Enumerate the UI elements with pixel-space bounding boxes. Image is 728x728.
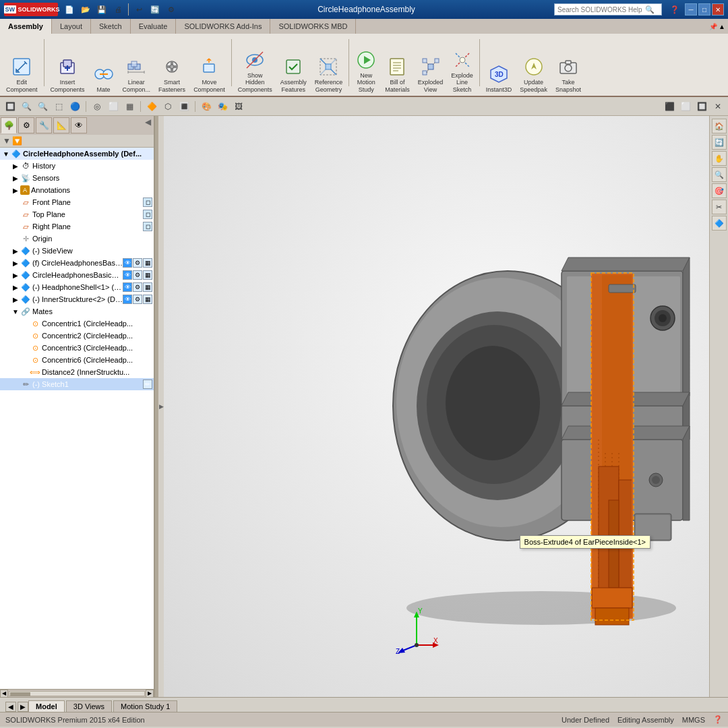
tab-sketch[interactable]: Sketch [91,19,131,34]
help-icon[interactable]: ❓ [713,715,723,724]
tree-top-plane[interactable]: ▱ Top Plane ◻ [0,208,154,220]
action-cfg-4[interactable]: ⚙ [133,295,142,304]
minimize-btn[interactable]: ─ [685,3,697,16]
tree-circle-basic-f[interactable]: ▶ 🔷 (f) CircleHeadphonesBasicBo... 👁 ⚙ ▦ [0,257,154,269]
tree-inner-structure[interactable]: ▶ 🔷 (-) InnerStruckture<2> (Defa... 👁 ⚙ … [0,293,154,305]
bill-of-materials-btn[interactable]: Bill ofMaterials [382,54,413,96]
options-btn[interactable]: ⚙ [164,2,179,17]
maximize-btn[interactable]: □ [698,3,710,16]
top-plane-action-1[interactable]: ◻ [143,210,152,219]
scroll-right-btn[interactable]: ▶ [146,690,154,698]
tree-sketch1[interactable]: ✏ (-) Sketch1 ✏ [0,378,154,390]
tab-layout[interactable]: Layout [52,19,91,34]
explode-line-sketch-btn[interactable]: ExplodeLineSketch [448,47,477,96]
tree-distance2[interactable]: ⟺ Distance2 (InnerStrucktu... [0,366,154,378]
circle-basic-expander[interactable]: ▶ [11,270,20,280]
undo-btn[interactable]: ↩ [131,2,146,17]
action-eye[interactable]: 👁 [123,258,132,268]
tree-mates[interactable]: ▼ 🔗 Mates [0,305,154,317]
action-more-2[interactable]: ▦ [143,270,152,280]
sensors-expander[interactable]: ▶ [11,173,20,183]
scroll-thumb[interactable] [10,692,30,696]
headphone-shell-expander[interactable]: ▶ [11,282,20,292]
view-btn-5[interactable]: 🔵 [67,99,82,114]
view-btn-13[interactable]: 🎭 [215,99,230,114]
insert-components-btn[interactable]: InsertComponents [47,54,88,96]
view-btn-3[interactable]: 🔍 [35,99,50,114]
exploded-view-btn[interactable]: ExplodedView [415,54,447,96]
tree-concentric1[interactable]: ⊙ Concentric1 (CircleHeadp... [0,317,154,330]
action-cfg-2[interactable]: ⚙ [133,270,142,280]
view-btn-9[interactable]: 🔶 [144,99,159,114]
mate-btn[interactable]: Mate [90,61,118,96]
next-tab-btn[interactable]: ▶ [18,702,28,712]
tree-front-plane[interactable]: ▱ Front Plane ◻ [0,196,154,208]
tree-origin[interactable]: ✛ Origin [0,233,154,245]
feature-manager-tab[interactable]: 🌳 [1,117,17,133]
scroll-left-btn[interactable]: ◀ [0,690,8,698]
view-close[interactable]: ✕ [710,99,725,114]
right-plane-action-1[interactable]: ◻ [143,222,152,231]
view-btn-8[interactable]: ▦ [122,99,137,114]
view-btn-12[interactable]: 🎨 [199,99,214,114]
tab-3d-views[interactable]: 3D Views [66,700,112,712]
action-eye-3[interactable]: 👁 [123,282,132,292]
tree-annotations[interactable]: ▶ A Annotations [0,184,154,196]
action-more[interactable]: ▦ [143,258,152,268]
view-settings-2[interactable]: ⬜ [678,99,693,114]
instant3d-btn[interactable]: 3D Instant3D [483,61,516,96]
view-btn-11[interactable]: 🔳 [177,99,191,114]
feature-tree[interactable]: ▼ 🔷 CircleHeadphoneAssembly (Def... ▶ ⏱ … [0,148,154,689]
reference-geometry-btn[interactable]: ReferenceGeometry [311,54,346,96]
action-more-3[interactable]: ▦ [143,282,152,292]
panel-collapse-area[interactable]: ▶ [158,116,164,697]
ribbon-minimize[interactable]: ▲ [719,23,725,30]
take-snapshot-btn[interactable]: TakeSnapshot [552,54,584,96]
rebuild-btn[interactable]: 🔄 [148,2,162,17]
sketch1-action[interactable]: ✏ [143,380,152,389]
action-eye-4[interactable]: 👁 [123,295,132,304]
show-hidden-btn[interactable]: ShowHiddenComponents [235,47,276,96]
root-expander[interactable]: ▼ [1,149,11,158]
new-motion-study-btn[interactable]: NewMotionStudy [352,47,380,96]
annotations-expander[interactable]: ▶ [11,185,20,195]
config-manager-tab[interactable]: 🔧 [36,117,52,133]
tab-mbd[interactable]: SOLIDWORKS MBD [270,19,356,34]
tree-history[interactable]: ▶ ⏱ History [0,160,154,172]
open-btn[interactable]: 📂 [78,2,93,17]
history-expander[interactable]: ▶ [11,161,20,171]
property-manager-tab[interactable]: ⚙ [18,117,34,133]
pan-btn[interactable]: ✋ [712,151,727,166]
zoom-box-btn[interactable]: 🔍 [712,167,727,182]
panel-collapse-btn[interactable]: ◀ [142,116,154,135]
3d-viewport[interactable]: Y X Z Boss-Extrude4 of EarPieceInside<1>… [164,116,728,697]
view-btn-4[interactable]: ⬚ [51,99,66,114]
search-icon[interactable]: 🔍 [645,5,655,14]
tree-concentric2[interactable]: ⊙ Concentric2 (CircleHeadp... [0,330,154,342]
view-settings-3[interactable]: 🔲 [694,99,709,114]
tree-root[interactable]: ▼ 🔷 CircleHeadphoneAssembly (Def... [0,148,154,160]
view-orient-btn[interactable]: 🎯 [712,183,727,198]
tree-circle-basic[interactable]: ▶ 🔷 CircleHeadphonesBasicBody... 👁 ⚙ ▦ [0,269,154,281]
display-manager-tab[interactable]: 👁 [71,117,87,133]
assembly-features-btn[interactable]: AssemblyFeatures [277,54,310,96]
view-btn-7[interactable]: ⬜ [106,99,121,114]
tab-model[interactable]: Model [28,700,65,712]
rotate-btn[interactable]: 🔄 [712,135,727,150]
display-style-btn[interactable]: 🔷 [712,216,727,231]
tree-headphone-shell[interactable]: ▶ 🔷 (-) HeadphoneShell<1> (Def... 👁 ⚙ ▦ [0,281,154,293]
circle-basic-f-expander[interactable]: ▶ [11,258,20,268]
help-btn[interactable]: ❓ [667,2,682,17]
new-btn[interactable]: 📄 [62,2,77,17]
inner-structure-expander[interactable]: ▶ [11,295,20,304]
move-component-btn[interactable]: MoveComponent [190,54,229,96]
view-btn-6[interactable]: ◎ [90,99,104,114]
edit-component-btn[interactable]: EditComponent [3,54,41,96]
linear-component-btn[interactable]: LinearCompon... [119,54,154,96]
section-view-btn[interactable]: ✂ [712,200,727,214]
ribbon-pin[interactable]: 📌 [709,23,717,30]
zoom-in-btn[interactable]: 🏠 [712,119,727,133]
panel-horizontal-scroll[interactable]: ◀ ▶ [0,689,154,697]
tab-addins[interactable]: SOLIDWORKS Add-Ins [176,19,270,34]
action-cfg-3[interactable]: ⚙ [133,282,142,292]
